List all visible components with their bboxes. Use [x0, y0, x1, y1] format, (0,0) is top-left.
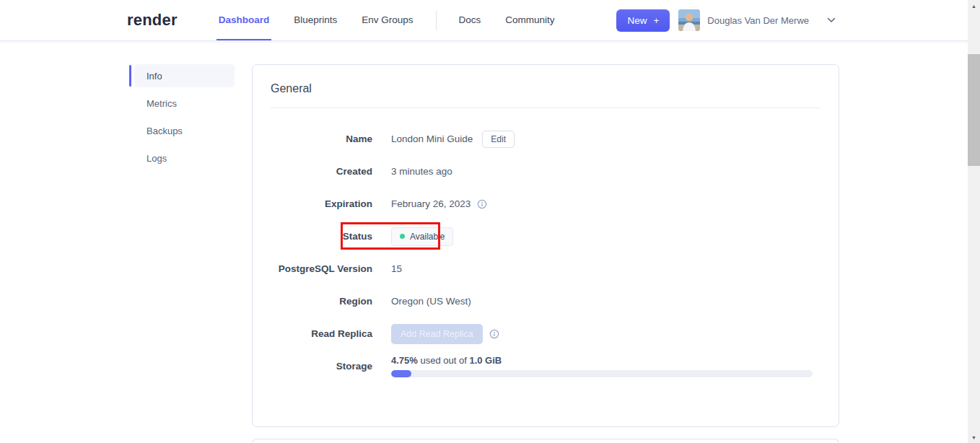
- row-read-replica: Read Replica Add Read Replica: [271, 317, 821, 350]
- sidebar-item-metrics[interactable]: Metrics: [134, 92, 235, 115]
- info-icon[interactable]: [489, 329, 499, 339]
- scroll-up-arrow-icon[interactable]: ▲: [968, 0, 980, 12]
- nav-item-dashboard[interactable]: Dashboard: [216, 0, 272, 40]
- vertical-scrollbar[interactable]: ▲ ▼: [968, 0, 980, 443]
- storage-used-percent: 4.75%: [391, 355, 418, 366]
- add-read-replica-button[interactable]: Add Read Replica: [391, 324, 483, 344]
- row-postgresql-version: PostgreSQL Version 15: [271, 253, 821, 285]
- sidebar-item-label: Backups: [146, 126, 183, 136]
- region-label: Region: [271, 296, 372, 307]
- sidebar-item-info[interactable]: Info: [134, 64, 235, 87]
- nav-item-env-groups[interactable]: Env Groups: [359, 0, 415, 40]
- name-label: Name: [271, 133, 372, 144]
- scroll-down-arrow-icon[interactable]: ▼: [968, 431, 980, 443]
- top-nav-bar: render Dashboard Blueprints Env Groups D…: [0, 0, 980, 41]
- nav-divider: [436, 11, 437, 30]
- next-card-edge: [252, 439, 839, 443]
- header-right-group: New + Douglas Van Der Merwe: [616, 0, 836, 40]
- sidebar-item-label: Metrics: [146, 98, 177, 109]
- version-value: 15: [391, 263, 402, 274]
- version-label: PostgreSQL Version: [271, 263, 372, 274]
- row-region: Region Oregon (US West): [271, 285, 821, 317]
- row-status: Status Available: [271, 220, 821, 253]
- expiration-value: February 26, 2023: [391, 198, 471, 209]
- storage-progress-fill: [391, 370, 411, 377]
- card-title-divider: [271, 108, 821, 108]
- nav-item-community[interactable]: Community: [503, 0, 556, 40]
- created-label: Created: [271, 166, 372, 177]
- row-storage: Storage 4.75% used out of 1.0 GiB: [271, 350, 821, 382]
- general-card: General Name London Mini Guide Edit Crea…: [252, 64, 839, 427]
- sidebar-item-label: Logs: [146, 153, 167, 164]
- render-logo[interactable]: render: [127, 11, 178, 30]
- new-button-label: New: [627, 15, 647, 26]
- row-created: Created 3 minutes ago: [271, 155, 821, 188]
- info-rows: Name London Mini Guide Edit Created 3 mi…: [271, 123, 821, 382]
- service-sidebar: Info Metrics Backups Logs: [129, 64, 235, 174]
- info-icon[interactable]: [477, 199, 487, 209]
- scrollbar-thumb[interactable]: [968, 54, 980, 166]
- nav-item-blueprints[interactable]: Blueprints: [292, 0, 339, 40]
- storage-text-mid: used out of: [418, 355, 470, 366]
- avatar-image: [678, 9, 700, 31]
- expiration-label: Expiration: [271, 198, 372, 209]
- status-badge: Available: [391, 227, 453, 246]
- storage-label: Storage: [271, 361, 372, 372]
- row-expiration: Expiration February 26, 2023: [271, 188, 821, 220]
- primary-nav: Dashboard Blueprints Env Groups Docs Com…: [216, 0, 557, 40]
- storage-usage-text: 4.75% used out of 1.0 GiB: [391, 355, 813, 366]
- avatar[interactable]: [678, 9, 700, 31]
- name-value: London Mini Guide: [391, 133, 473, 144]
- user-name[interactable]: Douglas Van Der Merwe: [707, 15, 809, 26]
- edit-name-button[interactable]: Edit: [482, 131, 515, 148]
- status-value: Available: [410, 232, 445, 242]
- card-title: General: [271, 82, 821, 95]
- storage-progress-bar: [391, 370, 813, 377]
- new-button[interactable]: New +: [616, 9, 670, 32]
- nav-item-docs[interactable]: Docs: [457, 0, 484, 40]
- created-value: 3 minutes ago: [391, 166, 452, 177]
- sidebar-item-logs[interactable]: Logs: [134, 146, 235, 170]
- sidebar-item-label: Info: [146, 71, 162, 82]
- region-value: Oregon (US West): [391, 296, 471, 307]
- sidebar-item-backups[interactable]: Backups: [134, 119, 235, 142]
- plus-icon: +: [653, 15, 659, 26]
- status-dot-icon: [400, 234, 405, 239]
- replica-label: Read Replica: [271, 328, 372, 339]
- chevron-down-icon[interactable]: [827, 17, 836, 23]
- storage-total: 1.0 GiB: [469, 355, 502, 366]
- row-name: Name London Mini Guide Edit: [271, 123, 821, 155]
- status-label: Status: [271, 231, 372, 242]
- active-indicator-bar: [129, 65, 131, 87]
